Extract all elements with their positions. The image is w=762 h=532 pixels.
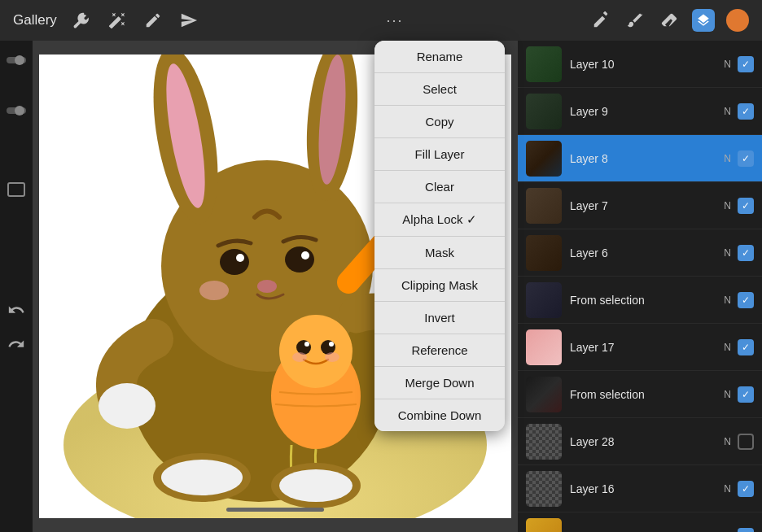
layer-name-layer-7: Layer 7 — [570, 199, 724, 212]
eraser-icon[interactable] — [658, 9, 681, 32]
layer-thumbnail-layer-10 — [526, 46, 562, 82]
layer-row-layer-8[interactable]: Layer 8N — [518, 135, 762, 182]
layer-checkbox-layer-15[interactable] — [738, 528, 754, 533]
layer-checkbox-layer-7[interactable] — [738, 198, 754, 214]
layer-name-layer-17: Layer 17 — [570, 341, 724, 354]
more-options[interactable]: ··· — [386, 12, 403, 29]
brush-size-slider[interactable] — [7, 57, 26, 63]
context-menu-item-fill-layer[interactable]: Fill Layer — [374, 138, 505, 171]
layer-thumbnail-layer-9 — [526, 94, 562, 129]
layer-checkbox-layer-28[interactable] — [738, 434, 754, 450]
context-menu-item-combine-down[interactable]: Combine Down — [374, 399, 505, 431]
layer-name-layer-28: Layer 28 — [570, 435, 724, 448]
layer-mode-layer-28: N — [724, 436, 731, 447]
layer-row-layer-10[interactable]: Layer 10N — [518, 41, 762, 88]
gallery-button[interactable]: Gallery — [13, 12, 57, 28]
layer-name-layer-16: Layer 16 — [570, 482, 724, 495]
svg-point-28 — [161, 460, 243, 495]
context-menu-item-invert[interactable]: Invert — [374, 302, 505, 334]
layer-name-from-selection-2: From selection — [570, 388, 724, 401]
layers-list: Layer 10NLayer 9NLayer 8NLayer 7NLayer 6… — [518, 41, 762, 532]
context-menu-item-reference[interactable]: Reference — [374, 334, 505, 367]
canvas-rect-tool[interactable] — [7, 182, 25, 197]
layer-name-layer-15: Layer 15 — [570, 530, 724, 533]
layer-name-layer-10: Layer 10 — [570, 58, 724, 71]
layer-row-layer-16[interactable]: Layer 16N — [518, 465, 762, 512]
layer-thumbnail-from-selection-1 — [526, 282, 562, 318]
layer-mode-from-selection-2: N — [724, 389, 731, 400]
layer-row-layer-6[interactable]: Layer 6N — [518, 229, 762, 277]
calligraphy-icon[interactable] — [142, 9, 164, 32]
context-menu-item-rename[interactable]: Rename — [374, 41, 505, 73]
layer-thumbnail-layer-8 — [526, 141, 562, 177]
left-sidebar — [0, 41, 33, 532]
send-icon[interactable] — [177, 9, 200, 32]
svg-point-16 — [99, 383, 155, 429]
brush-stroke-icon[interactable] — [624, 9, 646, 32]
layer-name-from-selection-1: From selection — [570, 294, 724, 307]
top-toolbar: Gallery ··· — [0, 0, 762, 41]
pen-tool-icon[interactable] — [589, 9, 612, 32]
layer-mode-layer-16: N — [724, 483, 731, 495]
layer-row-from-selection-1[interactable]: From selectionN — [518, 277, 762, 324]
avatar[interactable] — [726, 9, 749, 32]
toolbar-left: Gallery — [13, 9, 200, 32]
canvas-scrollbar[interactable] — [226, 508, 324, 512]
layer-thumbnail-layer-6 — [526, 235, 562, 271]
context-menu-item-mask[interactable]: Mask — [374, 237, 505, 269]
svg-point-7 — [220, 249, 249, 275]
context-menu: RenameSelectCopyFill LayerClearAlpha Loc… — [374, 41, 505, 431]
magic-icon[interactable] — [106, 9, 129, 32]
layer-name-layer-9: Layer 9 — [570, 105, 724, 118]
context-menu-item-merge-down[interactable]: Merge Down — [374, 367, 505, 399]
svg-point-24 — [292, 352, 307, 362]
layer-mode-layer-8: N — [724, 153, 731, 164]
layers-panel: Layers + Layer 10NLayer 9NLayer 8NLayer … — [518, 0, 762, 532]
layer-row-layer-28[interactable]: Layer 28N — [518, 418, 762, 465]
layer-name-layer-8: Layer 8 — [570, 152, 724, 165]
layer-mode-layer-17: N — [724, 342, 731, 353]
layer-thumbnail-layer-7 — [526, 188, 562, 224]
layer-thumbnail-layer-17 — [526, 329, 562, 365]
svg-point-12 — [199, 281, 229, 300]
context-menu-item-select[interactable]: Select — [374, 73, 505, 106]
layer-thumbnail-layer-28 — [526, 424, 562, 460]
wrench-icon[interactable] — [70, 9, 93, 32]
svg-point-30 — [279, 469, 353, 502]
layers-icon[interactable] — [692, 9, 715, 32]
context-menu-item-copy[interactable]: Copy — [374, 106, 505, 138]
svg-point-23 — [329, 342, 334, 347]
context-menu-item-alpha-lock[interactable]: Alpha Lock ✓ — [374, 203, 505, 237]
svg-point-19 — [279, 315, 353, 388]
layer-checkbox-layer-6[interactable] — [738, 245, 754, 261]
layer-checkbox-layer-17[interactable] — [738, 339, 754, 355]
layer-checkbox-from-selection-1[interactable] — [738, 292, 754, 308]
opacity-slider[interactable] — [7, 107, 26, 114]
layer-checkbox-from-selection-2[interactable] — [738, 386, 754, 403]
context-menu-item-clipping-mask[interactable]: Clipping Mask — [374, 269, 505, 302]
layer-row-layer-15[interactable]: Layer 15N — [518, 512, 762, 532]
layer-checkbox-layer-16[interactable] — [738, 481, 754, 497]
layer-thumbnail-layer-16 — [526, 471, 562, 507]
undo-button[interactable] — [4, 298, 28, 322]
context-menu-item-clear[interactable]: Clear — [374, 171, 505, 203]
layer-thumbnail-layer-15 — [526, 518, 562, 533]
svg-point-10 — [301, 251, 309, 259]
layer-checkbox-layer-10[interactable] — [738, 56, 754, 72]
layer-row-layer-9[interactable]: Layer 9N — [518, 88, 762, 135]
svg-point-8 — [285, 246, 314, 273]
layer-checkbox-layer-8[interactable] — [738, 150, 754, 167]
layer-name-layer-6: Layer 6 — [570, 246, 724, 259]
svg-point-9 — [236, 254, 244, 262]
redo-button[interactable] — [4, 332, 28, 356]
layer-mode-layer-9: N — [724, 106, 731, 117]
svg-point-11 — [257, 280, 277, 293]
layer-thumbnail-from-selection-2 — [526, 377, 562, 412]
layer-mode-layer-10: N — [724, 59, 731, 70]
layer-mode-layer-6: N — [724, 247, 731, 259]
layer-row-from-selection-2[interactable]: From selectionN — [518, 371, 762, 418]
layer-row-layer-17[interactable]: Layer 17N — [518, 324, 762, 371]
svg-point-25 — [325, 352, 339, 362]
layer-row-layer-7[interactable]: Layer 7N — [518, 182, 762, 229]
layer-checkbox-layer-9[interactable] — [738, 103, 754, 120]
